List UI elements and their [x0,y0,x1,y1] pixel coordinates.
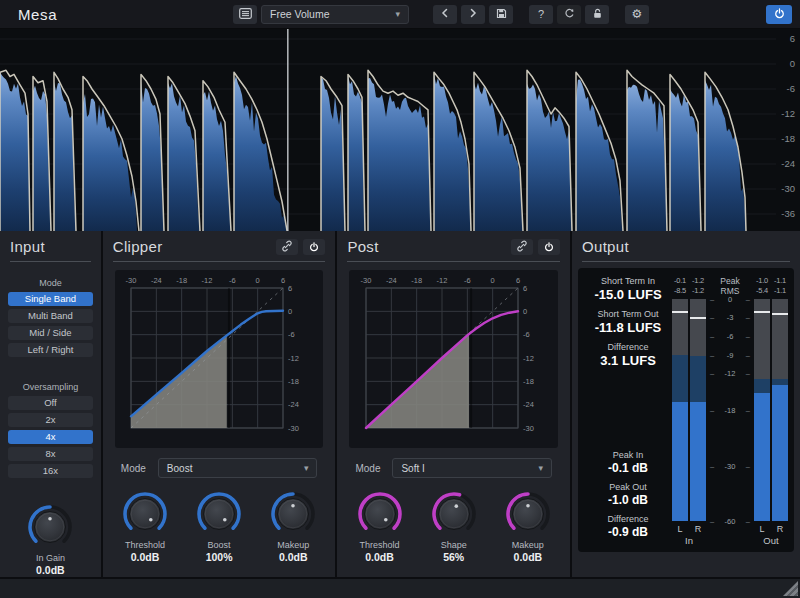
previous-preset-button[interactable] [433,5,457,24]
short-term-in-value: -15.0 LUFS [584,287,672,302]
option-left-right[interactable]: Left / Right [8,343,93,357]
svg-text:-12: -12 [202,276,213,285]
post-panel-title: Post [347,238,506,255]
knob-dial[interactable] [430,490,478,538]
option-multi-band[interactable]: Multi Band [8,309,93,323]
link-icon [516,238,528,256]
channel-label: L [672,524,688,534]
knob-label: Shape [422,540,486,550]
preset-browser-button[interactable] [233,5,257,24]
knob-dial[interactable] [269,490,317,538]
post-mode-label: Mode [355,463,380,474]
post-makeup-knob[interactable]: Makeup0.0dB [496,490,560,563]
clipper-threshold-knob[interactable]: Threshold0.0dB [113,490,177,563]
tick-dash: – [746,331,750,340]
svg-text:6: 6 [516,276,520,285]
spacer [708,535,752,546]
option-16x[interactable]: 16x [8,464,93,478]
svg-text:0: 0 [256,276,260,285]
channel-label: R [772,524,788,534]
resize-handle[interactable] [783,581,798,596]
post-power-button[interactable] [538,239,560,255]
knob-value: 56% [422,551,486,563]
option-4x[interactable]: 4x [8,430,93,444]
window-footer [0,577,800,598]
svg-text:-6: -6 [229,276,236,285]
post-link-button[interactable] [511,239,533,255]
meter-segment-gray [690,299,706,356]
save-preset-button[interactable] [489,5,513,24]
lufs-difference-label: Difference [584,342,672,352]
knob-dial[interactable] [121,490,169,538]
meter-bar-out-left [754,299,770,521]
meter-readouts: -0.1-1.2Peak-1.0-1.1-8.5-1.2RMS-5.4-1.1 [672,276,788,296]
scale-tick: –-18– [710,406,750,415]
clipper-link-button[interactable] [276,239,298,255]
option-single-band[interactable]: Single Band [8,292,93,306]
clipper-makeup-knob[interactable]: Makeup0.0dB [261,490,325,563]
scale-tick: –-9– [710,350,750,359]
post-shape-knob[interactable]: Shape56% [422,490,486,563]
meter-segment-blue [690,402,706,521]
knob-dial[interactable] [195,490,243,538]
peak-hold-line [754,311,770,313]
option-2x[interactable]: 2x [8,413,93,427]
preset-selector[interactable]: Free Volume ▾ [261,5,409,24]
lufs-difference-value: 3.1 LUFS [584,353,672,368]
tick-dash: – [746,350,750,359]
post-mode-value: Soft I [401,463,538,474]
tick-dash: – [746,517,750,526]
knob-dial[interactable] [504,490,552,538]
preset-list-icon [239,8,252,21]
refresh-icon [564,8,575,21]
svg-text:0: 0 [790,58,795,69]
tick-dash: – [710,517,714,526]
short-term-out-label: Short Term Out [584,309,672,319]
peak-out-value: -1.0 dB [584,493,672,507]
svg-text:6: 6 [523,284,527,293]
knob-dial[interactable] [356,490,404,538]
oversampling-section-label: Oversampling [0,382,101,392]
svg-text:-24: -24 [288,400,299,409]
tick-value: -18 [725,406,736,415]
scale-tick: –-30– [710,461,750,470]
meter-bar-in-left [672,299,688,521]
post-mode-dropdown[interactable]: Soft I ▾ [392,458,552,478]
svg-text:-30: -30 [288,424,299,433]
out-l-rms: -5.4 [754,286,770,296]
next-preset-button[interactable] [461,5,485,24]
oversampling-buttons: Off2x4x8x16x [8,396,93,481]
tick-dash: – [710,295,714,304]
help-button[interactable]: ? [529,5,553,24]
svg-text:-18: -18 [781,133,795,144]
input-panel: Input Mode Single BandMulti BandMid / Si… [0,231,101,577]
scale-tick: –-12– [710,368,750,377]
output-panel: Output Short Term In-15.0 LUFS Short Ter… [572,231,800,577]
svg-text:6: 6 [790,33,795,44]
option-mid-side[interactable]: Mid / Side [8,326,93,340]
plugin-power-button[interactable] [766,5,792,24]
in-group-label: In [672,535,706,546]
option-off[interactable]: Off [8,396,93,410]
settings-button[interactable]: ⚙ [625,5,649,24]
knob-label: In Gain [18,553,82,563]
out-l-peak: -1.0 [754,276,770,286]
lock-button[interactable] [585,5,609,24]
knob-dial[interactable] [26,503,74,551]
clipper-power-button[interactable] [303,239,325,255]
clipper-boost-knob[interactable]: Boost100% [187,490,251,563]
tick-value: -3 [727,313,734,322]
option-8x[interactable]: 8x [8,447,93,461]
svg-text:-18: -18 [288,377,299,386]
svg-text:-6: -6 [288,330,295,339]
refresh-button[interactable] [557,5,581,24]
svg-text:-6: -6 [464,276,471,285]
svg-text:-24: -24 [523,400,534,409]
knob-value: 0.0dB [496,551,560,563]
chevron-down-icon: ▾ [538,463,543,473]
in-gain-knob[interactable]: In Gain0.0dB [18,503,82,576]
clipper-mode-dropdown[interactable]: Boost ▾ [158,458,318,478]
post-threshold-knob[interactable]: Threshold0.0dB [348,490,412,563]
knob-value: 0.0dB [113,551,177,563]
tick-dash: – [710,350,714,359]
